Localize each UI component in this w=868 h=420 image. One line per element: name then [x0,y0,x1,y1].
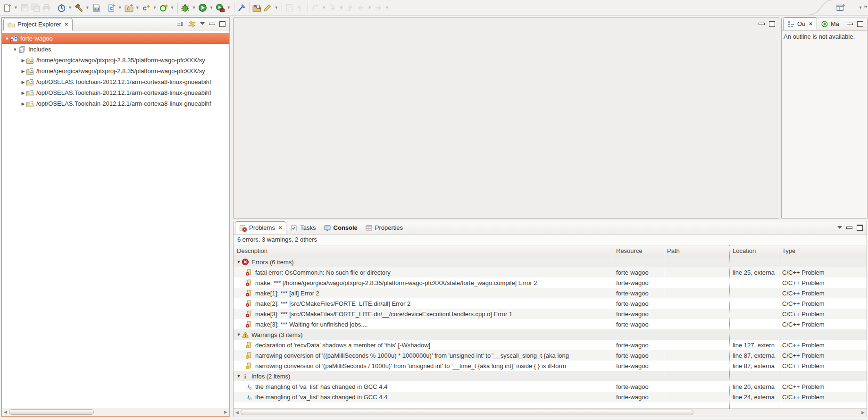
column-divider[interactable] [664,245,664,257]
tab-ou[interactable]: Ou✕ [783,17,817,30]
mark-occurrences-button[interactable] [262,1,273,14]
new-dropdown[interactable]: ▼ [14,5,18,10]
column-divider[interactable] [613,245,613,257]
maximize-icon[interactable] [857,225,863,231]
problem-row[interactable]: make[3]: *** Waiting for unfinished jobs… [234,319,867,329]
scroll-right-icon[interactable]: ▶ [860,409,866,416]
close-icon[interactable]: ✕ [64,22,68,27]
problem-row[interactable]: narrowing conversion of '(paMilliSeconds… [234,361,867,371]
scrollbar-thumb[interactable] [9,409,94,415]
problem-group-row[interactable]: ▼iInfos (2 items) [234,371,867,381]
close-icon[interactable]: ✕ [278,225,282,230]
problem-row[interactable]: make: *** [/home/georgica/wago/ptxproj-2… [234,277,867,288]
expand-arrow-icon[interactable]: ▶ [20,69,26,74]
tree-item--home-georgica-wago-ptxproj-2-8-35-platf[interactable]: ▶h/home/georgica/wago/ptxproj-2.8.35/pla… [2,66,229,76]
perspective-dropdown[interactable]: ▼ [859,5,863,10]
tree-item--home-georgica-wago-ptxproj-2-8-35-platf[interactable]: ▶h/home/georgica/wago/ptxproj-2.8.35/pla… [2,55,229,66]
maximize-icon[interactable] [219,21,225,27]
expand-arrow-icon[interactable]: ▶ [20,58,26,63]
binary-parser-button[interactable]: 010 [91,1,102,14]
tab-problems[interactable]: Problems✕ [235,221,286,234]
column-header-location[interactable]: Location [729,245,779,257]
debug-button[interactable] [180,1,191,14]
new-c-project-button[interactable]: C [124,1,134,14]
problem-row[interactable]: make[1]: *** [all] Error 2forte-wagooC/C… [234,288,867,298]
minimize-icon[interactable] [847,23,853,25]
view-menu-icon[interactable] [200,22,205,27]
tree-item-forte-wagoo[interactable]: ▼Cforte-wagoo [2,33,229,44]
column-divider[interactable] [779,245,779,257]
external-tools-dropdown[interactable]: ▼ [226,5,231,10]
scrollbar-thumb[interactable] [241,410,693,415]
close-icon[interactable]: ✕ [809,21,812,26]
collapse-arrow-icon[interactable]: ▼ [12,47,18,52]
profile-dropdown[interactable]: ▼ [68,5,72,10]
external-tools-button[interactable] [215,1,225,14]
minimize-icon[interactable] [209,23,215,25]
column-header-resource[interactable]: Resource [613,245,664,257]
pin-editor-button[interactable] [236,1,247,14]
problem-row[interactable]: ithe mangling of 'va_list' has changed i… [234,381,867,392]
problem-row[interactable]: make[3]: *** [src/CMakeFiles/FORTE_LITE.… [234,309,867,319]
collapse-arrow-icon[interactable]: ▼ [236,374,242,378]
tab-tasks[interactable]: Tasks [286,221,319,234]
new-element-button[interactable] [159,1,169,14]
problem-row[interactable]: ithe mangling of 'va_list' has changed i… [234,392,867,402]
new-c-file-dropdown[interactable]: ▼ [118,5,122,10]
collapse-arrow-icon[interactable]: ▼ [236,332,242,337]
scroll-left-icon[interactable]: ◀ [2,409,8,416]
new-c-project-dropdown[interactable]: ▼ [135,5,140,10]
tree-item--opt-oselas-toolchain-2012-12-1-arm-cort[interactable]: ▶h/opt/OSELAS.Toolchain-2012.12.1/arm-co… [2,98,229,109]
column-header-description[interactable]: Description [234,245,613,257]
problem-group-row[interactable]: ▼Errors (6 items) [234,257,867,267]
new-c-file-button[interactable]: C [106,1,117,14]
build-all-dropdown[interactable]: ▼ [85,5,90,10]
mark-occurrences-dropdown[interactable]: ▼ [274,5,278,10]
column-divider[interactable] [729,245,730,257]
problem-group-row[interactable]: ▼Warnings (3 items) [234,329,867,340]
minimize-icon[interactable] [846,227,852,229]
tab-project-explorer[interactable]: Project Explorer ✕ [3,18,73,31]
build-all-button[interactable] [74,1,84,14]
column-header-type[interactable]: Type [779,245,867,257]
resource-cell [613,329,664,340]
perspective-label-clipped[interactable]: ” [864,4,868,11]
new-button[interactable] [2,1,13,14]
tab-ma[interactable]: Ma [817,17,843,30]
minimize-icon[interactable] [759,23,765,25]
expand-arrow-icon[interactable]: ▶ [20,91,26,95]
run-button[interactable] [197,1,208,14]
link-with-editor-button[interactable] [188,20,196,27]
problem-row[interactable]: make[2]: *** [src/CMakeFiles/FORTE_LITE.… [234,298,867,309]
debug-dropdown[interactable]: ▼ [192,5,196,10]
collapse-arrow-icon[interactable]: ▼ [4,36,10,41]
open-perspective-button[interactable] [836,3,845,12]
run-dropdown[interactable]: ▼ [209,5,213,10]
maximize-icon[interactable] [857,21,863,27]
scroll-right-icon[interactable]: ▶ [223,409,229,416]
new-element-dropdown[interactable]: ▼ [170,5,175,10]
problem-row[interactable]: narrowing conversion of '((paMilliSecond… [234,350,867,361]
open-element-button[interactable] [251,1,262,14]
binary-icon: 010 [92,3,101,12]
problems-hscrollbar[interactable]: ◀ ▶ [234,408,867,417]
expand-arrow-icon[interactable]: ▶ [20,80,26,84]
explorer-hscrollbar[interactable]: ◀ ▶ [2,408,229,416]
collapse-arrow-icon[interactable]: ▼ [236,260,242,264]
scroll-left-icon[interactable]: ◀ [234,409,240,416]
view-menu-icon[interactable] [837,226,842,231]
tab-properties[interactable]: Properties [361,221,407,234]
maximize-icon[interactable] [769,21,775,27]
collapse-all-button[interactable] [176,20,184,27]
tree-item--opt-oselas-toolchain-2012-12-1-arm-cort[interactable]: ▶h/opt/OSELAS.Toolchain-2012.12.1/arm-co… [2,87,229,98]
tree-item--opt-oselas-toolchain-2012-12-1-arm-cort[interactable]: ▶h/opt/OSELAS.Toolchain-2012.12.1/arm-co… [2,76,229,87]
tab-console[interactable]: Console [320,221,361,234]
profile-button[interactable] [56,1,67,14]
tree-item-includes[interactable]: ▼hIncludes [2,44,229,55]
problem-row[interactable]: declaration of 'recvData' shadows a memb… [234,340,867,350]
new-class-dropdown[interactable]: ▼ [153,5,157,10]
expand-arrow-icon[interactable]: ▶ [20,101,26,106]
new-class-button[interactable]: c [141,1,152,14]
column-header-path[interactable]: Path [664,245,729,257]
problem-row[interactable]: fatal error: OsCommon.h: No such file or… [234,267,867,277]
